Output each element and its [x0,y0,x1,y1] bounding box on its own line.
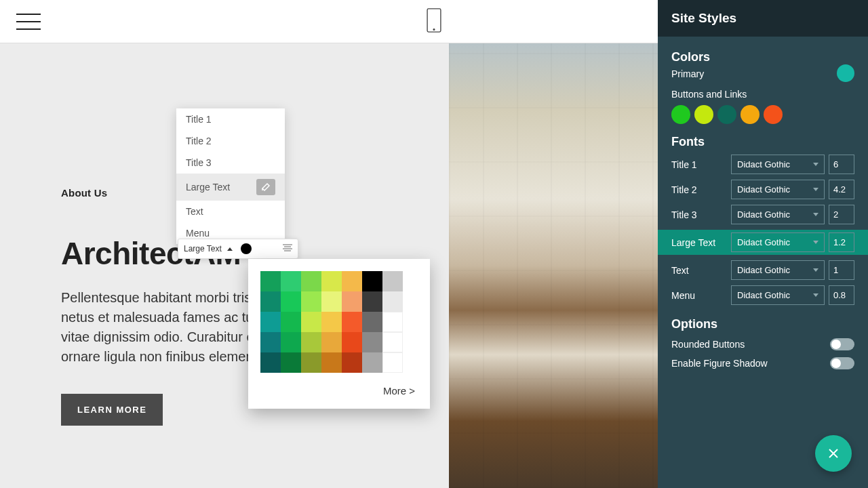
color-swatch[interactable] [362,291,382,312]
option-label: Rounded Buttons [671,339,745,350]
font-family-select[interactable]: Didact Gothic [731,180,825,199]
more-colors-link[interactable]: More > [260,385,418,396]
fonts-section-title: Fonts [671,135,854,149]
color-swatch[interactable] [260,271,281,291]
cta-button[interactable]: LEARN MORE [61,394,163,426]
font-size-input[interactable]: 0.8 [829,285,854,305]
font-row-label: Menu [671,290,727,301]
text-color-swatch[interactable] [241,243,252,254]
color-swatch[interactable] [301,332,321,352]
color-swatch[interactable] [362,352,382,373]
font-family-select[interactable]: Didact Gothic [731,155,825,174]
caret-up-icon[interactable] [227,247,233,251]
color-swatch[interactable] [342,312,362,332]
font-row-large-text: Large TextDidact Gothic1.2 [658,230,868,255]
color-swatch[interactable] [281,332,301,352]
button-color-swatch[interactable] [671,105,690,124]
color-swatch[interactable] [321,291,342,312]
color-swatch[interactable] [301,271,321,291]
close-panel-fab[interactable] [815,435,852,472]
color-swatch[interactable] [301,291,321,312]
color-swatch[interactable] [382,291,403,312]
font-size-input[interactable]: 1.2 [829,232,854,252]
style-option-large-text[interactable]: Large Text [176,174,285,201]
font-row-title-3: Title 3Didact Gothic2 [671,205,854,224]
color-swatch[interactable] [301,352,321,373]
font-family-select[interactable]: Didact Gothic [731,285,825,305]
font-size-input[interactable]: 4.2 [829,180,854,199]
font-row-title-1: Title 1Didact Gothic6 [671,155,854,174]
color-swatch[interactable] [260,332,281,352]
style-option-title-1[interactable]: Title 1 [176,108,285,130]
color-swatch[interactable] [301,312,321,332]
color-swatch[interactable] [281,271,301,291]
color-swatch[interactable] [382,352,403,373]
color-swatch[interactable] [362,312,382,332]
chevron-down-icon [813,241,818,244]
font-row-label: Title 1 [671,159,727,170]
color-swatch[interactable] [260,352,281,373]
color-swatch[interactable] [281,291,301,312]
button-color-row [671,105,854,124]
color-swatch[interactable] [342,291,362,312]
button-color-swatch[interactable] [694,105,713,124]
colors-section-title: Colors [671,50,854,64]
font-size-input[interactable]: 2 [829,205,854,224]
color-swatch[interactable] [362,271,382,291]
color-swatch[interactable] [382,271,403,291]
buttons-links-label: Buttons and Links [671,89,854,100]
font-row-label: Text [671,265,727,276]
font-row-menu: MenuDidact Gothic0.8 [671,285,854,305]
options-section-title: Options [671,317,854,331]
color-swatch[interactable] [342,352,362,373]
color-swatch[interactable] [342,332,362,352]
align-icon[interactable] [283,243,292,255]
toggle-switch[interactable] [830,338,854,350]
color-swatch[interactable] [281,352,301,373]
option-label: Enable Figure Shadow [671,358,768,369]
color-swatch[interactable] [260,312,281,332]
color-swatch[interactable] [382,312,403,332]
mobile-preview-icon[interactable] [427,8,441,35]
font-size-input[interactable]: 1 [829,260,854,280]
text-style-dropdown: Title 1Title 2Title 3Large TextTextMenu [176,108,285,244]
color-picker-popover: More > [248,259,430,409]
toolbar-style-label[interactable]: Large Text [184,244,222,253]
option-row-enable-figure-shadow: Enable Figure Shadow [671,357,854,369]
svg-point-1 [433,28,435,30]
style-option-text[interactable]: Text [176,201,285,222]
color-swatch[interactable] [362,332,382,352]
chevron-down-icon [813,213,818,216]
font-family-select[interactable]: Didact Gothic [731,260,825,280]
panel-title: Site Styles [658,0,868,37]
button-color-swatch[interactable] [741,105,760,124]
paint-icon[interactable] [256,179,275,195]
hero-image [449,43,658,488]
primary-color-swatch[interactable] [837,64,854,82]
style-option-title-3[interactable]: Title 3 [176,152,285,174]
option-row-rounded-buttons: Rounded Buttons [671,338,854,350]
font-row-label: Title 2 [671,184,727,195]
button-color-swatch[interactable] [764,105,783,124]
color-swatch[interactable] [321,332,342,352]
button-color-swatch[interactable] [717,105,736,124]
color-swatch[interactable] [382,332,403,352]
color-swatch[interactable] [281,312,301,332]
toggle-switch[interactable] [830,357,854,369]
chevron-down-icon [813,188,818,191]
color-swatch[interactable] [321,352,342,373]
hamburger-menu[interactable] [16,14,41,30]
color-swatch[interactable] [321,271,342,291]
chevron-down-icon [813,268,818,272]
font-row-text: TextDidact Gothic1 [671,260,854,280]
chevron-down-icon [813,293,818,297]
font-family-select[interactable]: Didact Gothic [731,205,825,224]
style-option-title-2[interactable]: Title 2 [176,130,285,152]
font-family-select[interactable]: Didact Gothic [731,232,825,252]
color-swatch[interactable] [260,291,281,312]
color-swatch[interactable] [342,271,362,291]
color-swatch[interactable] [321,312,342,332]
font-row-label: Large Text [671,237,727,248]
font-size-input[interactable]: 6 [829,155,854,174]
font-row-title-2: Title 2Didact Gothic4.2 [671,180,854,199]
